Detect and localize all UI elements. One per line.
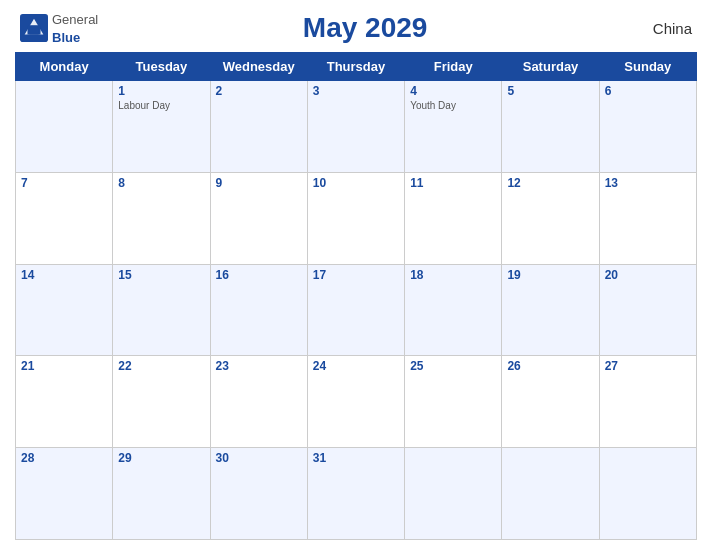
country-label: China xyxy=(632,20,692,37)
day-number: 16 xyxy=(216,268,302,282)
day-number: 1 xyxy=(118,84,204,98)
calendar-cell: 10 xyxy=(307,172,404,264)
calendar-cell: 21 xyxy=(16,356,113,448)
day-number: 30 xyxy=(216,451,302,465)
calendar-cell: 9 xyxy=(210,172,307,264)
day-number: 25 xyxy=(410,359,496,373)
weekday-header-thursday: Thursday xyxy=(307,53,404,81)
day-number: 4 xyxy=(410,84,496,98)
calendar-cell: 12 xyxy=(502,172,599,264)
calendar-cell xyxy=(405,448,502,540)
day-number: 26 xyxy=(507,359,593,373)
calendar-cell: 23 xyxy=(210,356,307,448)
day-number: 31 xyxy=(313,451,399,465)
weekday-header-row: MondayTuesdayWednesdayThursdayFridaySatu… xyxy=(16,53,697,81)
calendar-cell xyxy=(16,81,113,173)
weekday-header-monday: Monday xyxy=(16,53,113,81)
day-number: 5 xyxy=(507,84,593,98)
day-number: 7 xyxy=(21,176,107,190)
day-number: 14 xyxy=(21,268,107,282)
day-number: 2 xyxy=(216,84,302,98)
week-row-1: 1Labour Day234Youth Day56 xyxy=(16,81,697,173)
calendar-cell: 4Youth Day xyxy=(405,81,502,173)
calendar-cell xyxy=(502,448,599,540)
logo-icon xyxy=(20,14,48,42)
calendar-cell: 24 xyxy=(307,356,404,448)
day-number: 3 xyxy=(313,84,399,98)
calendar-cell: 2 xyxy=(210,81,307,173)
day-number: 19 xyxy=(507,268,593,282)
calendar-cell: 7 xyxy=(16,172,113,264)
calendar-table: MondayTuesdayWednesdayThursdayFridaySatu… xyxy=(15,52,697,540)
calendar-title: May 2029 xyxy=(98,12,632,44)
day-number: 28 xyxy=(21,451,107,465)
day-number: 13 xyxy=(605,176,691,190)
day-number: 10 xyxy=(313,176,399,190)
holiday-label: Labour Day xyxy=(118,100,204,111)
day-number: 23 xyxy=(216,359,302,373)
calendar-cell: 13 xyxy=(599,172,696,264)
week-row-4: 21222324252627 xyxy=(16,356,697,448)
day-number: 24 xyxy=(313,359,399,373)
day-number: 17 xyxy=(313,268,399,282)
calendar-cell: 20 xyxy=(599,264,696,356)
day-number: 29 xyxy=(118,451,204,465)
weekday-header-tuesday: Tuesday xyxy=(113,53,210,81)
calendar-cell: 29 xyxy=(113,448,210,540)
day-number: 9 xyxy=(216,176,302,190)
calendar-cell: 15 xyxy=(113,264,210,356)
calendar-cell: 17 xyxy=(307,264,404,356)
week-row-2: 78910111213 xyxy=(16,172,697,264)
day-number: 18 xyxy=(410,268,496,282)
calendar-cell: 11 xyxy=(405,172,502,264)
calendar-cell: 1Labour Day xyxy=(113,81,210,173)
week-row-3: 14151617181920 xyxy=(16,264,697,356)
day-number: 21 xyxy=(21,359,107,373)
day-number: 11 xyxy=(410,176,496,190)
logo-text: General Blue xyxy=(52,10,98,46)
svg-rect-3 xyxy=(29,27,38,34)
day-number: 27 xyxy=(605,359,691,373)
calendar-cell: 16 xyxy=(210,264,307,356)
calendar-cell: 31 xyxy=(307,448,404,540)
calendar-cell: 14 xyxy=(16,264,113,356)
page-header: General Blue May 2029 China xyxy=(15,10,697,46)
calendar-cell xyxy=(599,448,696,540)
calendar-cell: 18 xyxy=(405,264,502,356)
calendar-cell: 25 xyxy=(405,356,502,448)
day-number: 6 xyxy=(605,84,691,98)
calendar-cell: 8 xyxy=(113,172,210,264)
calendar-cell: 6 xyxy=(599,81,696,173)
logo-general: General xyxy=(52,12,98,27)
day-number: 8 xyxy=(118,176,204,190)
day-number: 20 xyxy=(605,268,691,282)
weekday-header-friday: Friday xyxy=(405,53,502,81)
weekday-header-sunday: Sunday xyxy=(599,53,696,81)
weekday-header-wednesday: Wednesday xyxy=(210,53,307,81)
calendar-cell: 3 xyxy=(307,81,404,173)
logo-blue: Blue xyxy=(52,30,80,45)
week-row-5: 28293031 xyxy=(16,448,697,540)
weekday-header-saturday: Saturday xyxy=(502,53,599,81)
calendar-cell: 19 xyxy=(502,264,599,356)
day-number: 15 xyxy=(118,268,204,282)
calendar-cell: 5 xyxy=(502,81,599,173)
holiday-label: Youth Day xyxy=(410,100,496,111)
calendar-cell: 22 xyxy=(113,356,210,448)
logo: General Blue xyxy=(20,10,98,46)
calendar-cell: 27 xyxy=(599,356,696,448)
calendar-cell: 28 xyxy=(16,448,113,540)
day-number: 12 xyxy=(507,176,593,190)
calendar-cell: 30 xyxy=(210,448,307,540)
day-number: 22 xyxy=(118,359,204,373)
calendar-cell: 26 xyxy=(502,356,599,448)
